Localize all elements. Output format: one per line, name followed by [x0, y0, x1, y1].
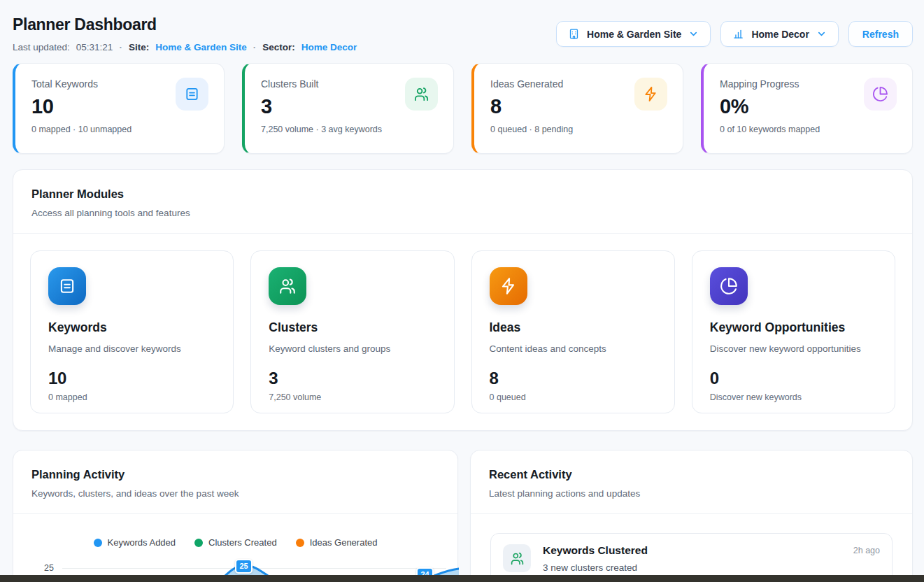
site-selector-label: Home & Garden Site [587, 29, 681, 40]
module-value: 0 [710, 369, 877, 388]
bolt-icon [634, 78, 667, 111]
module-detail: 0 queued [490, 392, 657, 402]
users-icon [405, 78, 438, 111]
module-value: 8 [490, 369, 657, 388]
stat-detail: 0 mapped · 10 unmapped [31, 125, 208, 134]
stat-detail: 7,250 volume · 3 avg keywords [261, 125, 437, 134]
sector-label: Sector: [262, 42, 295, 52]
module-card-ideas[interactable]: Ideas Content ideas and concepts 8 0 que… [471, 250, 675, 413]
site-label: Site: [129, 42, 149, 52]
sector-selector-label: Home Decor [751, 29, 809, 40]
users-icon [269, 267, 306, 305]
header-meta: Last updated: 05:31:21 · Site: Home & Ga… [13, 42, 357, 52]
document-icon [176, 78, 208, 111]
module-value: 10 [48, 369, 215, 388]
module-title: Ideas [490, 320, 657, 335]
bottom-dark-bar [0, 575, 924, 582]
last-updated-label: Last updated: [13, 42, 70, 52]
stat-detail: 0 queued · 8 pending [490, 125, 667, 134]
header: Planner Dashboard Last updated: 05:31:21… [13, 0, 913, 52]
activity-time: 2h ago [853, 546, 880, 555]
recent-activity-subtitle: Latest planning actions and updates [489, 488, 894, 499]
modules-title: Planner Modules [31, 187, 894, 201]
module-description: Content ideas and concepts [490, 343, 657, 354]
recent-activity-title: Recent Activity [489, 468, 894, 481]
bottom-row: Planning Activity Keywords, clusters, an… [13, 450, 913, 582]
recent-activity-header: Recent Activity Latest planning actions … [471, 450, 912, 513]
page-title: Planner Dashboard [13, 15, 357, 34]
activity-description: 3 new clusters created [543, 562, 880, 573]
chevron-down-icon [688, 29, 699, 39]
planning-activity-subtitle: Keywords, clusters, and ideas over the p… [31, 488, 439, 499]
activity-title: Keywords Clustered [543, 544, 648, 557]
planning-activity-header: Planning Activity Keywords, clusters, an… [13, 450, 457, 513]
bolt-icon [490, 267, 527, 305]
stat-card-total-keywords: Total Keywords 10 0 mapped · 10 unmapped [13, 63, 225, 154]
pie-icon [864, 78, 897, 111]
sector-link[interactable]: Home Decor [301, 42, 357, 52]
legend-label: Clusters Created [208, 537, 277, 548]
modules-header: Planner Modules Access all planning tool… [13, 170, 912, 233]
legend-item-ideas-generated: Ideas Generated [296, 537, 378, 548]
module-title: Keyword Opportunities [710, 320, 877, 335]
site-selector-button[interactable]: Home & Garden Site [556, 21, 711, 47]
module-detail: 0 mapped [48, 392, 215, 402]
modules-grid: Keywords Manage and discover keywords 10… [13, 234, 912, 430]
chart-legend: Keywords Added Clusters Created Ideas Ge… [13, 537, 457, 548]
module-detail: 7,250 volume [269, 392, 436, 402]
legend-dot-blue [94, 539, 102, 547]
stat-card-ideas-generated: Ideas Generated 8 0 queued · 8 pending [471, 63, 683, 154]
pie-icon [710, 267, 748, 305]
bar-chart-icon [732, 28, 744, 40]
dashboard-page: Planner Dashboard Last updated: 05:31:21… [13, 0, 913, 582]
stat-card-mapping-progress: Mapping Progress 0% 0 of 10 keywords map… [701, 63, 913, 154]
sector-selector-button[interactable]: Home Decor [720, 21, 838, 47]
stat-detail: 0 of 10 keywords mapped [720, 125, 896, 134]
planning-activity-title: Planning Activity [31, 468, 439, 481]
module-card-clusters[interactable]: Clusters Keyword clusters and groups 3 7… [250, 250, 454, 413]
legend-label: Keywords Added [108, 537, 176, 548]
activity-content: Keywords Clustered 2h ago 3 new clusters… [543, 544, 880, 573]
header-controls: Home & Garden Site Home Decor Refresh [556, 21, 913, 47]
site-link[interactable]: Home & Garden Site [155, 42, 247, 52]
meta-separator: · [253, 42, 257, 52]
stats-row: Total Keywords 10 0 mapped · 10 unmapped… [13, 63, 913, 154]
building-icon [568, 28, 580, 40]
planning-activity-panel: Planning Activity Keywords, clusters, an… [13, 450, 458, 582]
stat-card-clusters-built: Clusters Built 3 7,250 volume · 3 avg ke… [242, 63, 454, 154]
module-title: Clusters [269, 320, 436, 335]
legend-dot-orange [296, 539, 304, 547]
module-card-keywords[interactable]: Keywords Manage and discover keywords 10… [30, 250, 234, 413]
legend-item-clusters-created: Clusters Created [194, 537, 277, 548]
divider [13, 513, 457, 514]
module-card-keyword-opportunities[interactable]: Keyword Opportunities Discover new keywo… [692, 250, 895, 413]
module-title: Keywords [48, 320, 215, 335]
legend-item-keywords-added: Keywords Added [94, 537, 176, 548]
recent-activity-panel: Recent Activity Latest planning actions … [470, 450, 913, 582]
data-point-badge: 25 [235, 559, 253, 574]
planner-modules-panel: Planner Modules Access all planning tool… [13, 169, 913, 431]
legend-dot-green [194, 539, 203, 547]
legend-label: Ideas Generated [310, 537, 378, 548]
divider [471, 513, 912, 514]
modules-subtitle: Access all planning tools and features [31, 208, 894, 218]
chevron-down-icon [816, 29, 827, 39]
last-updated-value: 05:31:21 [76, 42, 113, 52]
header-left: Planner Dashboard Last updated: 05:31:21… [13, 15, 357, 52]
module-description: Discover new keyword opportunities [710, 343, 877, 354]
module-description: Keyword clusters and groups [269, 343, 436, 354]
module-value: 3 [269, 369, 436, 388]
module-detail: Discover new keywords [710, 392, 877, 402]
document-icon [48, 267, 86, 305]
module-description: Manage and discover keywords [48, 343, 215, 354]
refresh-button[interactable]: Refresh [848, 21, 913, 47]
meta-separator: · [119, 42, 122, 52]
users-icon [503, 544, 531, 572]
